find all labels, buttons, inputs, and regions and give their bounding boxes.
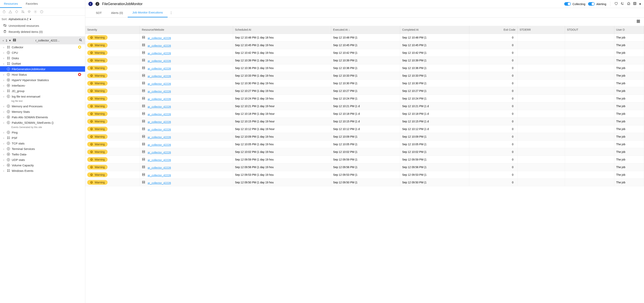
grid-view-icon[interactable] xyxy=(636,19,640,24)
table-row[interactable]: Warning ar_collector_42228Sep 12 10:27 P… xyxy=(85,87,644,95)
table-row[interactable]: Warning ar_collector_42228Sep 12 10:18 P… xyxy=(85,110,644,118)
table-row[interactable]: Warning ar_collector_42228Sep 12 09:59 P… xyxy=(85,156,644,163)
resource-link[interactable]: ar_collector_42228 xyxy=(148,181,171,185)
table-row[interactable]: Warning ar_collector_42228Sep 12 09:50 P… xyxy=(85,179,644,186)
table-row[interactable]: Warning ar_collector_42228Sep 12 09:53 P… xyxy=(85,171,644,179)
tree-item[interactable]: ›Disks xyxy=(0,55,85,61)
table-row[interactable]: Warning ar_collector_42228Sep 12 10:09 P… xyxy=(85,133,644,141)
resource-link[interactable]: ar_collector_42228 xyxy=(148,143,171,146)
col-scheduled[interactable]: Scheduled At xyxy=(233,26,331,34)
resource-link[interactable]: ar_collector_42228 xyxy=(148,166,171,169)
tree-item[interactable]: ›EPaloAlto_SDWAN_SiteEvents ()Events Gen… xyxy=(0,120,85,130)
tab-favorites[interactable]: Favorites xyxy=(22,0,42,8)
resource-link[interactable]: ar_collector_42228 xyxy=(148,59,171,62)
tree-item[interactable]: ›MVolume Capacity xyxy=(0,162,85,168)
resource-link[interactable]: ar_collector_42228 xyxy=(148,128,171,131)
resource-link[interactable]: ar_collector_42228 xyxy=(148,174,171,177)
tab-sdt[interactable]: SDT xyxy=(91,8,106,17)
tree-item[interactable]: ›DCPU xyxy=(0,50,85,55)
tab-alerts[interactable]: Alerts (0) xyxy=(106,8,128,17)
table-row[interactable]: Warning ar_collector_42228Sep 12 10:48 P… xyxy=(85,34,644,41)
table-row[interactable]: Warning ar_collector_42228Sep 12 10:12 P… xyxy=(85,125,644,133)
col-executed[interactable]: Executed At ↓ xyxy=(331,26,400,34)
skull-icon[interactable] xyxy=(28,10,31,13)
resource-link[interactable]: ar_collector_42228 xyxy=(148,113,171,116)
resource-link[interactable]: ar_collector_42228 xyxy=(148,151,171,154)
alerting-toggle[interactable]: Alerting xyxy=(588,2,606,6)
tree-item[interactable]: ›PSF xyxy=(0,135,85,141)
table-row[interactable]: Warning ar_collector_42228Sep 12 10:24 P… xyxy=(85,95,644,102)
tree-item[interactable]: ›DTCP stats xyxy=(0,141,85,146)
tree-item[interactable]: ›DPing xyxy=(0,130,85,135)
table-row[interactable]: Warning ar_collector_42228Sep 12 10:21 P… xyxy=(85,102,644,110)
col-user[interactable]: User D xyxy=(614,26,644,34)
col-stderr[interactable]: STDERR xyxy=(518,26,565,34)
gear-icon[interactable] xyxy=(34,10,37,13)
tree-item[interactable]: ›DMemory Stats xyxy=(0,109,85,114)
diamond-icon[interactable] xyxy=(15,10,18,13)
power-icon[interactable] xyxy=(40,10,44,13)
tree-item[interactable]: ›Windows Events xyxy=(0,168,85,173)
tree-item[interactable]: ›Elog file test emmanuellog file test xyxy=(0,94,85,103)
tab-resources[interactable]: Resources xyxy=(0,0,22,8)
resource-link[interactable]: ar_collector_42228 xyxy=(148,44,171,47)
col-resource[interactable]: Resource/Website xyxy=(140,26,233,34)
severity-pill: Warning xyxy=(87,180,108,185)
resource-link[interactable]: ar_collector_42228 xyxy=(148,36,171,40)
tree-item[interactable]: ›MTwilio Data- xyxy=(0,151,85,157)
back-button[interactable] xyxy=(88,2,93,6)
resource-link[interactable]: ar_collector_42228 xyxy=(148,52,171,55)
moon-plus-icon[interactable] xyxy=(620,2,624,6)
resource-link[interactable]: ar_collector_42228 xyxy=(148,67,171,70)
table-row[interactable]: Warning ar_collector_42228Sep 12 09:56 P… xyxy=(85,163,644,171)
chevron-down-icon[interactable]: ▾ xyxy=(9,39,11,42)
filter-deleted[interactable]: Recently deleted items (0) xyxy=(3,29,82,35)
stopwatch-icon[interactable] xyxy=(2,10,6,13)
bell-off-icon[interactable] xyxy=(21,10,25,13)
nav-back-icon[interactable]: ‹ xyxy=(3,39,4,42)
puzzle-icon[interactable] xyxy=(627,2,630,6)
tree-item[interactable]: ›MInterfaces- xyxy=(0,83,85,88)
col-exit[interactable]: Exit Code xyxy=(469,26,518,34)
chevron-down-icon[interactable]: ▾ xyxy=(639,2,641,6)
col-completed[interactable]: Completed At xyxy=(400,26,469,34)
resource-link[interactable]: ar_collector_42228 xyxy=(148,159,171,162)
tree-item[interactable]: ›MPalo Alto SDWAN Elements xyxy=(0,114,85,120)
col-stdout[interactable]: STDOUT xyxy=(565,26,614,34)
table-row[interactable]: Warning ar_collector_42228Sep 12 10:45 P… xyxy=(85,41,644,49)
tree-item[interactable]: ›DotNet xyxy=(0,61,85,66)
heart-icon[interactable] xyxy=(614,2,618,6)
tree-item[interactable]: ›DMemory and Processes xyxy=(0,103,85,109)
more-vertical-icon[interactable]: ⋮ xyxy=(170,11,173,15)
tree-item[interactable]: ›DUDP stats xyxy=(0,157,85,162)
tree-item[interactable]: ›DTerminal Services xyxy=(0,146,85,151)
table-row[interactable]: Warning ar_collector_42228Sep 12 10:30 P… xyxy=(85,80,644,87)
table-row[interactable]: Warning ar_collector_42228Sep 12 10:02 P… xyxy=(85,148,644,156)
resource-link[interactable]: ar_collector_42228 xyxy=(148,105,171,108)
search-icon[interactable] xyxy=(79,38,82,42)
resource-link[interactable]: ar_collector_42228 xyxy=(148,75,171,78)
tree-item[interactable]: JFileGenerationJobMonitor xyxy=(0,66,85,72)
table-row[interactable]: Warning ar_collector_42228Sep 12 10:15 P… xyxy=(85,118,644,125)
resource-link[interactable]: ar_collector_42228 xyxy=(148,120,171,124)
tree-item[interactable]: ›JD_group xyxy=(0,88,85,94)
table-row[interactable]: Warning ar_collector_42228Sep 12 10:05 P… xyxy=(85,141,644,148)
table-row[interactable]: Warning ar_collector_42228Sep 12 10:39 P… xyxy=(85,57,644,64)
tab-job-monitor[interactable]: Job Monitor Executions xyxy=(128,8,168,17)
table-row[interactable]: Warning ar_collector_42228Sep 12 10:42 P… xyxy=(85,49,644,57)
sort-selector[interactable]: Sort: Alphabetical A-Z ▾ xyxy=(0,16,85,23)
resource-link[interactable]: ar_collector_42228 xyxy=(148,90,171,93)
warning-triangle-icon[interactable] xyxy=(8,10,12,13)
resource-link[interactable]: ar_collector_42228 xyxy=(148,98,171,101)
collecting-toggle[interactable]: Collecting xyxy=(564,2,585,6)
tree-item[interactable]: ›DHost Status xyxy=(0,72,85,77)
col-severity[interactable]: Severity xyxy=(85,26,140,34)
tree-item[interactable]: ›MHyperV Hypervisor Statistics xyxy=(0,77,85,83)
resource-link[interactable]: ar_collector_42228 xyxy=(148,82,171,85)
tree-item[interactable]: ›Collector xyxy=(0,44,85,50)
table-row[interactable]: Warning ar_collector_42228Sep 12 10:36 P… xyxy=(85,64,644,72)
resource-link[interactable]: ar_collector_42228 xyxy=(148,136,171,139)
table-row[interactable]: Warning ar_collector_42228Sep 12 10:33 P… xyxy=(85,72,644,80)
filter-unmonitored[interactable]: Unmonitored resources xyxy=(3,23,82,29)
layout-icon[interactable] xyxy=(633,2,636,6)
